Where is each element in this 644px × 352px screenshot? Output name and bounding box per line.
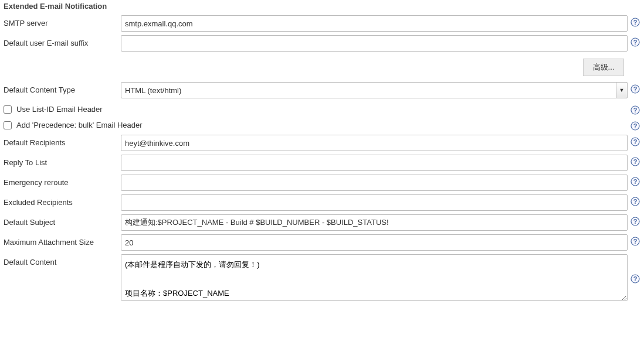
svg-text:?: ? [633, 275, 638, 282]
default-recipients-input[interactable] [121, 135, 628, 151]
advanced-button[interactable]: 高级... [583, 59, 624, 76]
use-list-id-checkbox[interactable] [4, 105, 12, 114]
svg-text:?: ? [633, 138, 638, 145]
default-content-label: Default Content [4, 254, 121, 266]
svg-text:?: ? [633, 19, 638, 26]
section-title: Extended E-mail Notification [4, 0, 640, 13]
svg-text:?: ? [633, 39, 638, 46]
default-content-textarea[interactable] [121, 254, 628, 301]
smtp-server-input[interactable] [121, 15, 628, 32]
reply-to-label: Reply To List [4, 155, 121, 167]
help-icon[interactable]: ? [630, 105, 640, 115]
svg-text:?: ? [633, 122, 638, 129]
svg-text:?: ? [633, 158, 638, 165]
help-icon[interactable]: ? [630, 274, 640, 284]
help-icon[interactable]: ? [630, 121, 640, 131]
svg-text:?: ? [633, 238, 638, 245]
emergency-label: Emergency reroute [4, 175, 121, 187]
excluded-label: Excluded Recipients [4, 194, 121, 207]
default-subject-label: Default Subject [4, 214, 121, 227]
help-icon[interactable]: ? [630, 216, 640, 227]
help-icon[interactable]: ? [630, 136, 640, 147]
excluded-input[interactable] [121, 194, 628, 211]
svg-text:?: ? [633, 198, 638, 205]
emergency-input[interactable] [121, 175, 628, 191]
help-icon[interactable]: ? [630, 236, 640, 247]
suffix-label: Default user E-mail suffix [4, 35, 121, 47]
default-subject-input[interactable] [121, 214, 628, 231]
svg-text:?: ? [633, 178, 638, 185]
use-list-id-label: Use List-ID Email Header [16, 105, 623, 114]
reply-to-input[interactable] [121, 155, 628, 171]
add-precedence-label: Add 'Precedence: bulk' Email Header [16, 121, 623, 129]
svg-text:?: ? [633, 107, 638, 114]
help-icon[interactable]: ? [630, 156, 640, 167]
help-icon[interactable]: ? [630, 176, 640, 187]
suffix-input[interactable] [121, 35, 628, 52]
help-icon[interactable]: ? [630, 196, 640, 207]
svg-text:?: ? [633, 86, 638, 93]
content-type-label: Default Content Type [4, 82, 121, 94]
max-attach-label: Maximum Attachment Size [4, 234, 121, 247]
help-icon[interactable]: ? [630, 84, 640, 94]
help-icon[interactable]: ? [630, 17, 640, 28]
help-icon[interactable]: ? [630, 37, 640, 47]
max-attach-input[interactable] [121, 234, 628, 251]
add-precedence-checkbox[interactable] [4, 121, 12, 129]
smtp-server-label: SMTP server [4, 15, 121, 28]
content-type-select[interactable]: HTML (text/html) [121, 82, 628, 98]
svg-text:?: ? [633, 218, 638, 225]
default-recipients-label: Default Recipients [4, 135, 121, 147]
